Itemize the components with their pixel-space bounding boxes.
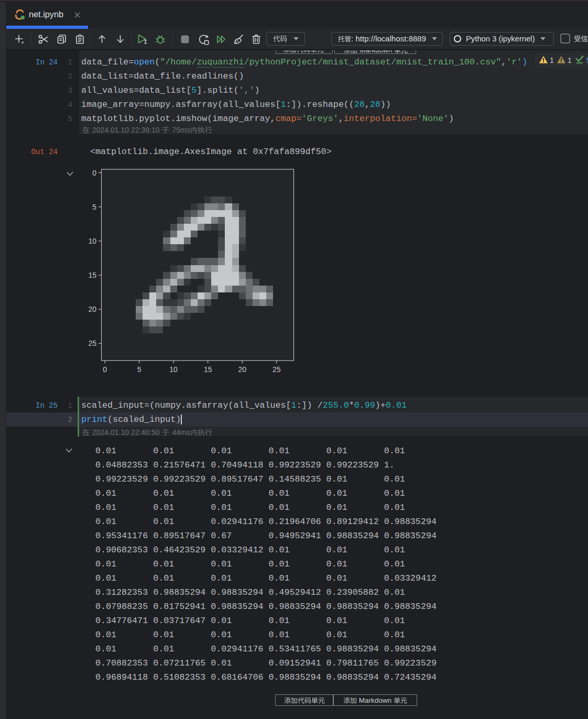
svg-text:10: 10 (88, 237, 96, 245)
svg-text:5: 5 (137, 365, 141, 374)
svg-text:20: 20 (238, 365, 246, 374)
svg-text:15: 15 (204, 365, 212, 374)
svg-text:25: 25 (273, 365, 281, 374)
svg-text:20: 20 (88, 305, 96, 313)
svg-text:15: 15 (88, 271, 96, 279)
svg-text:0: 0 (103, 365, 107, 374)
svg-text:0: 0 (92, 169, 96, 177)
svg-text:5: 5 (92, 203, 96, 211)
svg-text:10: 10 (169, 365, 178, 374)
svg-text:25: 25 (88, 339, 96, 347)
